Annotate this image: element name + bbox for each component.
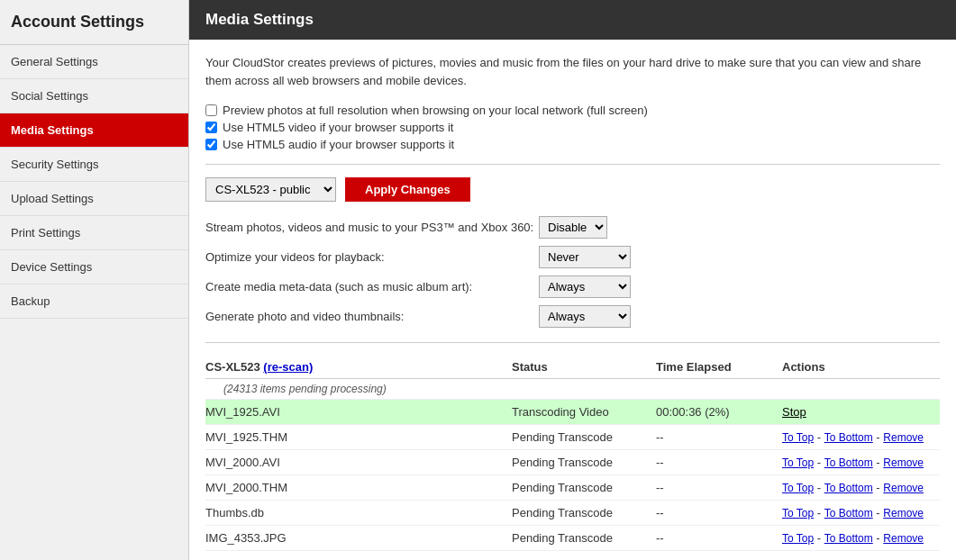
stream-setting-select-2[interactable]: AlwaysNeverOn Request [539, 275, 631, 298]
queue-actions-0: Stop [782, 405, 940, 419]
action-remove-4[interactable]: Remove [883, 507, 924, 519]
sidebar-item-backup[interactable]: Backup [0, 285, 188, 319]
queue-status-0: Transcoding Video [512, 405, 656, 419]
stream-setting-row-1: Optimize your videos for playback:NeverA… [205, 246, 940, 268]
queue-status-4: Pending Transcode [512, 506, 656, 519]
divider-2 [205, 342, 940, 343]
checkbox-group: Preview photos at full resolution when b… [205, 104, 940, 151]
description-text: Your CloudStor creates previews of pictu… [205, 54, 940, 89]
queue-file-5: IMG_4353.JPG [205, 531, 512, 545]
queue-actions-2: To Top - To Bottom - Remove [782, 456, 940, 469]
stream-setting-select-3[interactable]: AlwaysNeverOn Request [539, 305, 631, 328]
sidebar-item-social[interactable]: Social Settings [0, 79, 188, 113]
queue-status-1: Pending Transcode [512, 430, 656, 444]
queue-status-3: Pending Transcode [512, 481, 656, 494]
queue-row-4: Thumbs.dbPending Transcode--To Top - To … [205, 501, 940, 526]
stream-setting-label-1: Optimize your videos for playback: [205, 250, 539, 264]
stop-link-0[interactable]: Stop [782, 405, 806, 419]
stream-setting-select-0[interactable]: DisableEnable [539, 216, 607, 239]
queue-actions-1: To Top - To Bottom - Remove [782, 430, 940, 444]
action-to-top-2[interactable]: To Top [782, 456, 814, 469]
page-title: Media Settings [189, 0, 956, 40]
queue-row-5: IMG_4353.JPGPending Transcode--To Top - … [205, 526, 940, 551]
sidebar: Account Settings General SettingsSocial … [0, 0, 189, 560]
queue-actions-3: To Top - To Bottom - Remove [782, 481, 940, 494]
rescan-link[interactable]: (re-scan) [263, 360, 313, 374]
stream-setting-row-2: Create media meta-data (such as music al… [205, 275, 940, 298]
action-to-bottom-4[interactable]: To Bottom [824, 507, 873, 519]
queue-row-3: MVI_2000.THMPending Transcode--To Top - … [205, 475, 940, 501]
action-to-top-5[interactable]: To Top [782, 532, 814, 545]
queue-time-5: -- [656, 531, 782, 545]
checkbox-chk3[interactable] [205, 139, 217, 150]
action-to-top-4[interactable]: To Top [782, 507, 814, 519]
queue-device-name: CS-XL523 [205, 360, 260, 374]
stream-setting-row-0: Stream photos, videos and music to your … [205, 216, 940, 239]
stream-settings: Stream photos, videos and music to your … [205, 216, 940, 328]
pending-msg-text: (24313 items pending processing) [205, 383, 512, 395]
queue-pending-msg: (24313 items pending processing) [205, 379, 940, 400]
sidebar-item-media[interactable]: Media Settings [0, 113, 188, 148]
action-to-bottom-5[interactable]: To Bottom [824, 532, 873, 545]
divider-1 [205, 164, 940, 165]
action-remove-2[interactable]: Remove [883, 456, 924, 469]
queue-status-2: Pending Transcode [512, 456, 656, 469]
sidebar-item-print[interactable]: Print Settings [0, 216, 188, 250]
checkbox-chk2[interactable] [205, 122, 217, 133]
checkbox-label-chk1[interactable]: Preview photos at full resolution when b… [205, 104, 940, 117]
queue-row-0: MVI_1925.AVITranscoding Video00:00:36 (2… [205, 400, 940, 425]
queue-actions-5: To Top - To Bottom - Remove [782, 531, 940, 545]
checkbox-chk1[interactable] [205, 104, 217, 116]
sidebar-item-general[interactable]: General Settings [0, 45, 188, 79]
action-to-top-1[interactable]: To Top [782, 431, 814, 444]
col-time-header: Time Elapsed [656, 360, 782, 374]
main-content: Media Settings Your CloudStor creates pr… [189, 0, 956, 560]
stream-setting-label-2: Create media meta-data (such as music al… [205, 280, 539, 294]
queue-file-1: MVI_1925.THM [205, 430, 512, 444]
queue-row-1: MVI_1925.THMPending Transcode--To Top - … [205, 425, 940, 450]
action-remove-1[interactable]: Remove [883, 431, 924, 444]
queue-row-2: MVI_2000.AVIPending Transcode--To Top - … [205, 450, 940, 475]
stream-setting-row-3: Generate photo and video thumbnails:Alwa… [205, 305, 940, 328]
stream-setting-label-0: Stream photos, videos and music to your … [205, 221, 539, 234]
queue-time-3: -- [656, 481, 782, 494]
main-body: Your CloudStor creates previews of pictu… [189, 40, 956, 560]
queue-time-2: -- [656, 456, 782, 469]
queue-status-5: Pending Transcode [512, 531, 656, 545]
device-row: CS-XL523 - publicCS-XL523 - private Appl… [205, 177, 940, 202]
action-remove-3[interactable]: Remove [883, 482, 924, 494]
action-to-bottom-1[interactable]: To Bottom [824, 431, 873, 444]
sidebar-item-upload[interactable]: Upload Settings [0, 182, 188, 216]
col-actions-header: Actions [782, 360, 940, 374]
queue-device-label: CS-XL523 (re-scan) [205, 360, 512, 374]
queue-header: CS-XL523 (re-scan) Status Time Elapsed A… [205, 356, 940, 379]
action-remove-5[interactable]: Remove [883, 532, 924, 545]
action-to-top-3[interactable]: To Top [782, 482, 814, 494]
queue-file-2: MVI_2000.AVI [205, 456, 512, 469]
sidebar-title: Account Settings [0, 0, 188, 45]
device-select[interactable]: CS-XL523 - publicCS-XL523 - private [205, 177, 336, 202]
queue-section: CS-XL523 (re-scan) Status Time Elapsed A… [205, 356, 940, 551]
sidebar-item-device[interactable]: Device Settings [0, 250, 188, 285]
stream-setting-select-1[interactable]: NeverAlwaysOn Request [539, 246, 631, 268]
action-to-bottom-2[interactable]: To Bottom [824, 456, 873, 469]
checkbox-label-chk3[interactable]: Use HTML5 audio if your browser supports… [205, 138, 940, 151]
col-status-header: Status [512, 360, 656, 374]
queue-rows: MVI_1925.AVITranscoding Video00:00:36 (2… [205, 400, 940, 551]
queue-actions-4: To Top - To Bottom - Remove [782, 506, 940, 519]
sidebar-items: General SettingsSocial SettingsMedia Set… [0, 45, 188, 319]
queue-time-4: -- [656, 506, 782, 519]
sidebar-item-security[interactable]: Security Settings [0, 148, 188, 182]
checkbox-label-chk2[interactable]: Use HTML5 video if your browser supports… [205, 121, 940, 134]
apply-changes-button[interactable]: Apply Changes [345, 177, 470, 202]
queue-time-1: -- [656, 430, 782, 444]
queue-time-0: 00:00:36 (2%) [656, 405, 782, 419]
queue-file-3: MVI_2000.THM [205, 481, 512, 494]
stream-setting-label-3: Generate photo and video thumbnails: [205, 310, 539, 323]
action-to-bottom-3[interactable]: To Bottom [824, 482, 873, 494]
queue-file-4: Thumbs.db [205, 506, 512, 519]
queue-file-0: MVI_1925.AVI [205, 405, 512, 419]
